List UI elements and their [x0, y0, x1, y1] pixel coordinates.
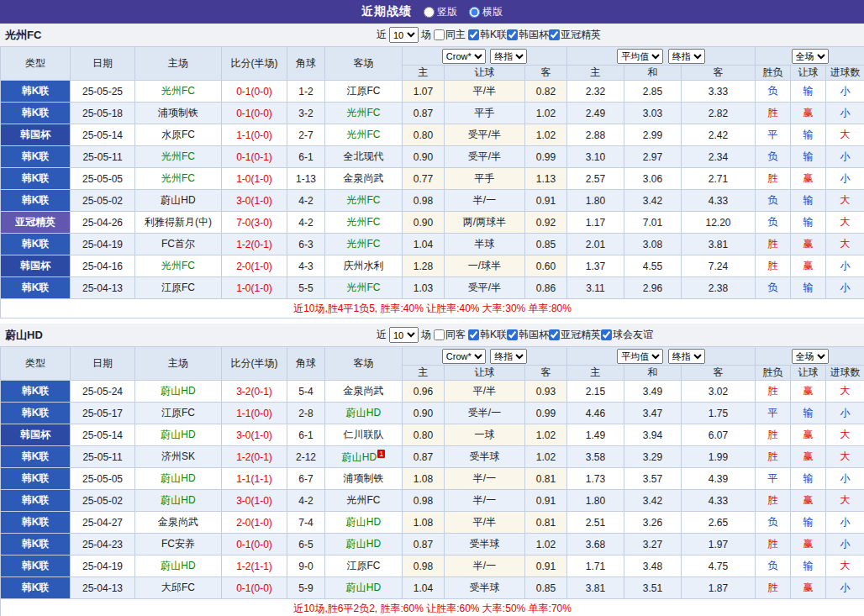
- away-team: 光州FC: [325, 212, 403, 234]
- same-side-filter[interactable]: 同主: [434, 28, 466, 42]
- avg-odds-home: 2.88: [567, 124, 624, 146]
- away-team: 江原FC: [325, 555, 403, 577]
- odds-handicap: 两/两球半: [445, 212, 525, 234]
- layout-radio-horizontal-input[interactable]: [469, 7, 480, 18]
- col-header-home: 主场: [135, 47, 222, 81]
- layout-radio-vertical[interactable]: 竖版: [424, 5, 457, 19]
- match-score: 0-1(0-0): [222, 577, 287, 599]
- odds-company-select[interactable]: Crow*: [442, 49, 486, 64]
- layout-radio-horizontal[interactable]: 横版: [469, 5, 503, 19]
- result-handicap: 赢: [791, 103, 826, 124]
- avg-odds-draw: 3.42: [624, 190, 682, 212]
- match-score: 0-1(0-1): [222, 146, 287, 168]
- avg-odds-home: 2.57: [567, 168, 624, 190]
- odds-away: 0.86: [525, 277, 567, 299]
- match-row: 韩K联25-05-02蔚山HD3-0(1-0)4-2光州FC0.98半/一0.9…: [1, 190, 864, 212]
- result-goals: 小: [826, 403, 864, 424]
- team-title: 光州FC: [0, 28, 41, 43]
- result-handicap: 输: [791, 146, 826, 168]
- result-goals: 大: [826, 234, 864, 255]
- same-side-checkbox[interactable]: [434, 329, 445, 340]
- avg-time-select[interactable]: 终指: [668, 49, 705, 64]
- corner-score: 9-0: [287, 555, 325, 577]
- odds-away: 1.02: [525, 424, 567, 446]
- match-date: 25-04-16: [71, 255, 135, 277]
- match-score: 1-1(0-0): [222, 124, 287, 146]
- recent-count-select[interactable]: 10: [389, 327, 419, 343]
- avg-odds-home: 1.37: [567, 255, 624, 277]
- avg-odds-select[interactable]: 平均值: [617, 49, 663, 64]
- type-badge: 亚冠精英: [1, 212, 71, 234]
- same-side-filter[interactable]: 同客: [434, 328, 466, 342]
- avg-odds-home: 2.49: [567, 103, 624, 124]
- avg-odds-draw: 2.99: [624, 124, 682, 146]
- sub-header-goals: 进球数: [826, 66, 864, 81]
- league-filter[interactable]: 亚冠精英: [549, 28, 601, 42]
- odds-handicap: 受半球: [445, 577, 525, 599]
- match-date: 25-05-14: [71, 124, 135, 146]
- league-filter-checkbox[interactable]: [601, 329, 612, 340]
- scope-select[interactable]: 全场: [792, 49, 829, 64]
- league-filter[interactable]: 韩国杯: [507, 328, 549, 342]
- avg-odds-away: 12.20: [682, 212, 756, 234]
- league-filter[interactable]: 韩K联: [468, 28, 507, 42]
- corner-score: 5-4: [287, 381, 325, 403]
- league-filter-checkbox[interactable]: [549, 329, 560, 340]
- home-team: 蔚山HD: [135, 490, 222, 512]
- odds-handicap: 平/半: [445, 81, 525, 103]
- league-filter-checkbox[interactable]: [468, 29, 479, 40]
- result-outcome: 胜: [756, 234, 791, 255]
- odds-home: 0.90: [403, 403, 445, 424]
- summary-text: 近10场,胜4平1负5, 胜率:40% 让胜率:40% 大率:30% 单率:80…: [1, 299, 864, 319]
- match-score: 1-0(1-0): [222, 168, 287, 190]
- scope-select[interactable]: 全场: [792, 349, 829, 364]
- match-row: 韩K联25-05-05蔚山HD1-1(1-1)6-7浦项制铁1.08半/一0.8…: [1, 468, 864, 490]
- team-title: 蔚山HD: [0, 328, 43, 343]
- league-filter-checkbox[interactable]: [468, 329, 479, 340]
- league-filter-checkbox[interactable]: [507, 29, 518, 40]
- avg-odds-home: 1.17: [567, 212, 624, 234]
- league-filter[interactable]: 球会友谊: [601, 328, 653, 342]
- league-filter[interactable]: 韩K联: [468, 328, 507, 342]
- league-filter-checkbox[interactable]: [549, 29, 560, 40]
- odds-away: 0.91: [525, 490, 567, 512]
- avg-odds-draw: 3.08: [624, 234, 682, 255]
- match-row: 韩K联25-04-23FC安养0-1(0-0)6-5蔚山HD0.87受半球1.0…: [1, 534, 864, 555]
- recent-count-select[interactable]: 10: [389, 27, 419, 43]
- odds-away: 0.81: [525, 468, 567, 490]
- odds-away: 0.99: [525, 146, 567, 168]
- layout-radio-vertical-input[interactable]: [424, 7, 435, 18]
- odds-time-select[interactable]: 终指: [490, 49, 527, 64]
- odds-handicap: 受平/半: [445, 124, 525, 146]
- league-filter-checkbox[interactable]: [507, 329, 518, 340]
- avg-odds-draw: 4.55: [624, 255, 682, 277]
- home-team: 大邱FC: [135, 577, 222, 599]
- avg-odds-select[interactable]: 平均值: [617, 349, 663, 364]
- away-team: 金泉尚武: [325, 168, 403, 190]
- avg-odds-home: 3.68: [567, 534, 624, 555]
- league-filter[interactable]: 亚冠精英: [549, 328, 601, 342]
- col-header-away: 客场: [325, 347, 403, 381]
- sub-header-odds-away: 客: [525, 66, 567, 81]
- odds-home: 0.87: [403, 103, 445, 124]
- result-handicap: 输: [791, 403, 826, 424]
- result-handicap: 赢: [791, 381, 826, 403]
- match-date: 25-04-19: [71, 555, 135, 577]
- summary-row: 近10场,胜6平2负2, 胜率:60% 让胜率:60% 大率:50% 单率:70…: [1, 599, 864, 616]
- avg-odds-draw: 3.47: [624, 403, 682, 424]
- avg-odds-away: 3.02: [682, 381, 756, 403]
- league-filter-label: 球会友谊: [613, 328, 653, 342]
- odds-company-select[interactable]: Crow*: [442, 349, 486, 364]
- avg-time-select[interactable]: 终指: [668, 349, 705, 364]
- league-filters: 韩K联韩国杯亚冠精英球会友谊: [468, 328, 653, 343]
- match-row: 韩K联25-05-11济州SK1-2(0-1)2-12蔚山HD10.87受半球1…: [1, 446, 864, 468]
- type-badge: 韩K联: [1, 468, 71, 490]
- avg-odds-draw: 3.57: [624, 468, 682, 490]
- odds-time-select[interactable]: 终指: [490, 349, 527, 364]
- same-side-checkbox[interactable]: [434, 29, 445, 40]
- avg-odds-home: 3.10: [567, 146, 624, 168]
- sub-header-avg-draw: 和: [624, 366, 682, 381]
- league-filter[interactable]: 韩国杯: [507, 28, 549, 42]
- odds-home: 0.90: [403, 146, 445, 168]
- result-handicap: 赢: [791, 534, 826, 555]
